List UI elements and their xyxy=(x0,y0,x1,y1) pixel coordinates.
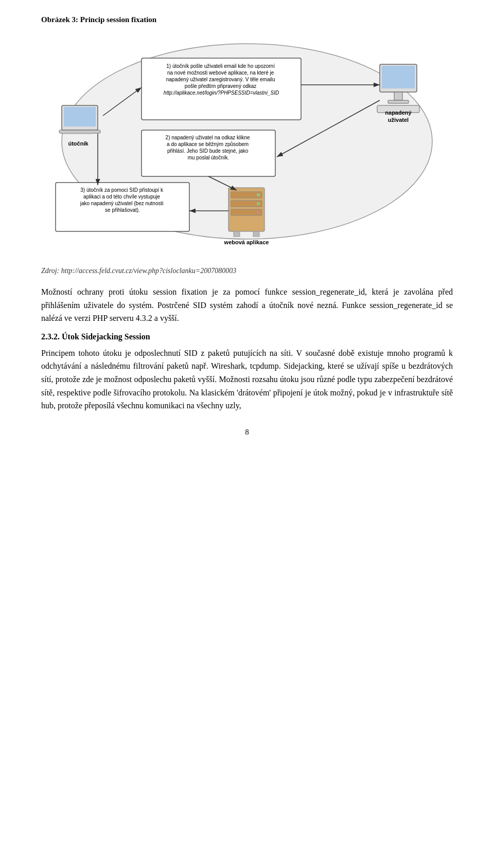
svg-rect-4 xyxy=(64,107,96,126)
svg-text:uživatel: uživatel xyxy=(388,117,409,123)
diagram-container: útočník napadený uživatel xyxy=(41,33,453,255)
attacker-laptop xyxy=(59,105,100,133)
svg-point-20 xyxy=(257,211,260,214)
svg-point-19 xyxy=(257,202,260,205)
svg-rect-22 xyxy=(253,231,259,237)
svg-rect-10 xyxy=(388,100,409,103)
svg-point-18 xyxy=(257,193,260,196)
figure-title: Obrázek 3: Princip session fixation xyxy=(41,15,453,24)
svg-rect-9 xyxy=(394,92,402,100)
server-icon xyxy=(228,188,264,237)
attacker-label: útočník xyxy=(68,140,89,147)
paragraph-1: Možností ochrany proti útoku session fix… xyxy=(41,285,453,325)
webapp-label: webová aplikace xyxy=(224,239,269,245)
section-heading: 2.3.2. Útok Sidejacking Session xyxy=(41,332,453,341)
diagram-svg: útočník napadený uživatel xyxy=(46,33,448,255)
svg-rect-8 xyxy=(382,66,415,88)
svg-text:napadený: napadený xyxy=(385,110,412,116)
svg-rect-21 xyxy=(234,231,240,237)
svg-rect-6 xyxy=(63,132,93,134)
svg-text:1) útočník pošle uživateli ema: 1) útočník pošle uživateli email kde ho … xyxy=(164,63,279,96)
victim-computer xyxy=(377,64,419,113)
source-line: Zdroj: http://access.feld.cvut.cz/view.p… xyxy=(41,267,453,275)
page-number: 8 xyxy=(41,428,453,437)
paragraph-2: Principem tohoto útoku je odposlechnutí … xyxy=(41,347,453,412)
